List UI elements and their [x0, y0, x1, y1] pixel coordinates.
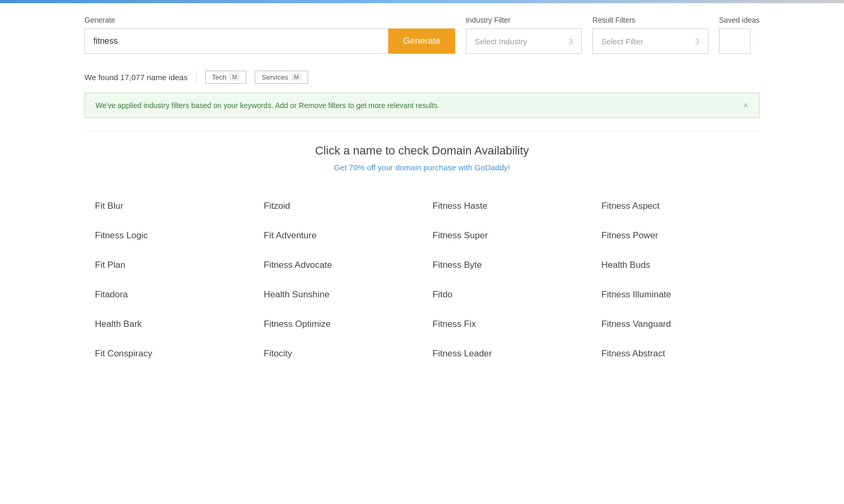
cta-section: Click a name to check Domain Availabilit…	[74, 144, 770, 172]
results-divider	[196, 70, 197, 84]
services-filter-tag[interactable]: Services M	[255, 71, 308, 84]
name-item[interactable]: Fitadora	[84, 280, 253, 309]
industry-filter-placeholder: Select Industry	[475, 37, 527, 46]
name-item[interactable]: Fitocity	[253, 339, 422, 369]
name-item[interactable]: Fitness Super	[422, 221, 591, 250]
name-item[interactable]: Fitness Illuminate	[591, 280, 760, 309]
cta-title: Click a name to check Domain Availabilit…	[74, 144, 770, 158]
result-filter-select[interactable]: Select Filter 3	[592, 28, 708, 54]
result-filter-badge: 3	[695, 37, 699, 46]
name-item[interactable]: Fit Plan	[84, 250, 253, 280]
alert-close-button[interactable]: ×	[743, 101, 749, 110]
name-item[interactable]: Fit Conspiracy	[84, 339, 253, 369]
name-item[interactable]: Fitness Vanguard	[591, 309, 760, 339]
name-item[interactable]: Fitness Byte	[422, 250, 591, 280]
services-tag-badge: M	[291, 73, 301, 81]
generate-button[interactable]: Generate	[388, 28, 455, 54]
saved-ideas-box[interactable]	[719, 28, 751, 54]
name-item[interactable]: Health Bark	[84, 309, 253, 339]
services-tag-label: Services	[262, 73, 288, 81]
name-item[interactable]: Fitness Haste	[422, 191, 591, 221]
cta-link[interactable]: Get 70% off your domain purchase with Go…	[334, 163, 510, 172]
alert-text: We've applied industry filters based on …	[95, 101, 439, 110]
name-item[interactable]: Fitness Optimize	[253, 309, 422, 339]
results-bar: We found 17,077 name ideas Tech M Servic…	[74, 64, 770, 93]
generate-input[interactable]	[84, 28, 388, 54]
name-item[interactable]: Fitness Leader	[422, 339, 591, 369]
name-item[interactable]: Health Sunshine	[253, 280, 422, 309]
generate-label: Generate	[84, 16, 455, 24]
industry-filter-badge: 3	[569, 37, 573, 46]
tech-filter-tag[interactable]: Tech M	[205, 71, 247, 84]
saved-ideas-label: Saved ideas	[719, 16, 760, 24]
names-grid: Fit BlurFitzoidFitness HasteFitness Aspe…	[74, 191, 770, 369]
name-item[interactable]: Fit Adventure	[253, 221, 422, 250]
name-item[interactable]: Fitness Advocate	[253, 250, 422, 280]
results-count: We found 17,077 name ideas	[84, 73, 188, 82]
name-item[interactable]: Fitness Logic	[84, 221, 253, 250]
name-item[interactable]: Fitdo	[422, 280, 591, 309]
name-item[interactable]: Health Buds	[591, 250, 760, 280]
section-divider	[84, 131, 760, 131]
alert-bar: We've applied industry filters based on …	[84, 93, 760, 118]
name-item[interactable]: Fitness Abstract	[591, 339, 760, 369]
name-item[interactable]: Fitness Aspect	[591, 191, 760, 221]
name-item[interactable]: Fit Blur	[84, 191, 253, 221]
name-item[interactable]: Fitness Power	[591, 221, 760, 250]
result-filter-placeholder: Select Filter	[601, 37, 643, 46]
industry-filter-label: Industry Filter	[466, 16, 582, 24]
name-item[interactable]: Fitzoid	[253, 191, 422, 221]
industry-filter-select[interactable]: Select Industry 3	[466, 28, 582, 54]
name-item[interactable]: Fitness Fix	[422, 309, 591, 339]
tech-tag-label: Tech	[212, 73, 226, 81]
result-filters-label: Result Filters	[592, 16, 708, 24]
tech-tag-badge: M	[229, 73, 239, 81]
